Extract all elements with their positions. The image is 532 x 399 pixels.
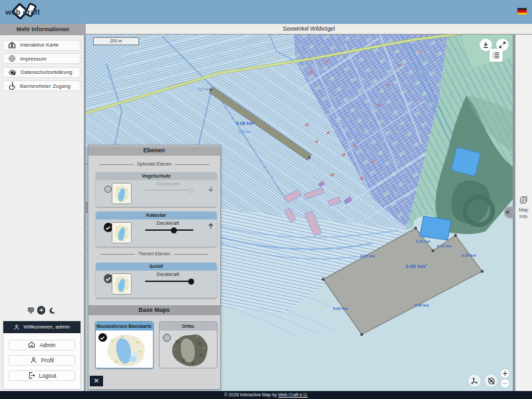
- svg-text:0.37 km: 0.37 km: [360, 254, 375, 258]
- svg-text:0.08 km²: 0.08 km²: [236, 121, 255, 126]
- svg-text:0.59 km: 0.59 km: [414, 303, 429, 307]
- svg-text:0.26 km: 0.26 km: [462, 253, 476, 257]
- svg-text:0.07 km: 0.07 km: [198, 87, 209, 91]
- svg-text:0.64 km: 0.64 km: [333, 307, 348, 311]
- svg-text:0.25 km: 0.25 km: [416, 239, 430, 243]
- svg-text:0.60 km²: 0.60 km²: [406, 263, 427, 269]
- svg-text:0.04 km: 0.04 km: [239, 130, 251, 134]
- svg-text:web craft: web craft: [5, 8, 40, 16]
- svg-text:0.12 km: 0.12 km: [437, 244, 452, 248]
